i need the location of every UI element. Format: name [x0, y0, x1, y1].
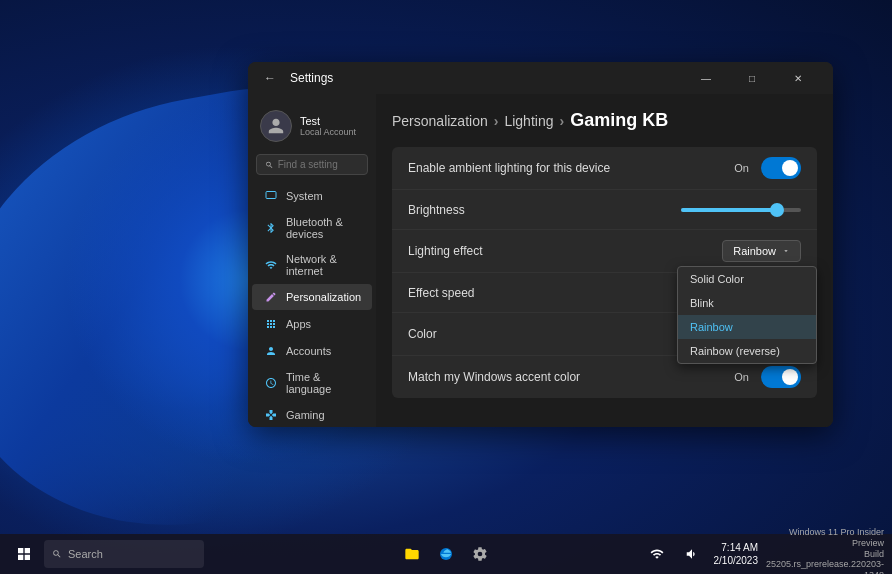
- system-tray: [641, 538, 708, 570]
- breadcrumb: Personalization › Lighting › Gaming KB: [392, 110, 817, 131]
- lighting-effect-row: Lighting effect Rainbow Solid Color: [392, 230, 817, 273]
- os-line1: Windows 11 Pro Insider Preview: [764, 527, 884, 549]
- sidebar-label-gaming: Gaming: [286, 409, 325, 421]
- sidebar-label-accounts: Accounts: [286, 345, 331, 357]
- title-bar: ← Settings — □ ✕: [248, 62, 833, 94]
- ambient-row: Enable ambient lighting for this device …: [392, 147, 817, 190]
- settings-window: ← Settings — □ ✕ Test Local Account: [248, 62, 833, 427]
- brightness-control: [681, 208, 801, 212]
- sidebar-label-time: Time & language: [286, 371, 360, 395]
- sidebar: Test Local Account System: [248, 94, 376, 427]
- settings-card: Enable ambient lighting for this device …: [392, 147, 817, 398]
- taskbar: Search 7:14 AM 2/10/2023: [0, 534, 892, 574]
- svg-rect-0: [266, 192, 276, 199]
- gaming-icon: [264, 408, 278, 422]
- os-info: Windows 11 Pro Insider Preview Build 252…: [764, 527, 884, 574]
- brightness-slider[interactable]: [681, 208, 801, 212]
- taskbar-left: Search: [8, 538, 204, 570]
- ambient-label: Enable ambient lighting for this device: [408, 161, 610, 175]
- minimize-button[interactable]: —: [683, 62, 729, 94]
- sidebar-item-gaming[interactable]: Gaming: [252, 402, 372, 427]
- lighting-effect-menu: Solid Color Blink Rainbow Rainbow (rever…: [677, 266, 817, 364]
- search-setting[interactable]: [256, 154, 368, 175]
- taskbar-edge[interactable]: [430, 538, 462, 570]
- clock-date: 2/10/2023: [714, 554, 759, 567]
- time-icon: [264, 376, 278, 390]
- sidebar-label-network: Network & internet: [286, 253, 360, 277]
- window-title: Settings: [290, 71, 333, 85]
- breadcrumb-personalization[interactable]: Personalization: [392, 113, 488, 129]
- maximize-button[interactable]: □: [729, 62, 775, 94]
- sidebar-item-network[interactable]: Network & internet: [252, 247, 372, 283]
- effect-speed-label: Effect speed: [408, 286, 475, 300]
- main-content: Personalization › Lighting › Gaming KB E…: [376, 94, 833, 427]
- taskbar-right: 7:14 AM 2/10/2023 Windows 11 Pro Insider…: [641, 527, 885, 574]
- taskbar-settings[interactable]: [464, 538, 496, 570]
- sidebar-item-time[interactable]: Time & language: [252, 365, 372, 401]
- match-color-label: Match my Windows accent color: [408, 370, 580, 384]
- start-button[interactable]: [8, 538, 40, 570]
- search-input[interactable]: [278, 159, 359, 170]
- avatar: [260, 110, 292, 142]
- tray-network-icon[interactable]: [641, 538, 673, 570]
- volume-tray-icon: [685, 547, 699, 561]
- dropdown-item-rainbow[interactable]: Rainbow: [678, 315, 816, 339]
- taskbar-search[interactable]: Search: [44, 540, 204, 568]
- user-role: Local Account: [300, 127, 356, 137]
- start-icon: [16, 546, 32, 562]
- os-line2: Build 25205.rs_prerelease.220203-1348: [764, 549, 884, 574]
- user-name: Test: [300, 115, 356, 127]
- match-color-toggle[interactable]: [761, 366, 801, 388]
- accounts-icon: [264, 344, 278, 358]
- breadcrumb-sep-1: ›: [494, 113, 499, 129]
- ambient-value: On: [734, 162, 749, 174]
- sidebar-item-apps[interactable]: Apps: [252, 311, 372, 337]
- lighting-effect-value: Rainbow: [733, 245, 776, 257]
- system-icon: [264, 189, 278, 203]
- dropdown-item-blink[interactable]: Blink: [678, 291, 816, 315]
- sidebar-item-system[interactable]: System: [252, 183, 372, 209]
- network-icon: [264, 258, 278, 272]
- ambient-toggle[interactable]: [761, 157, 801, 179]
- dropdown-item-rainbow-reverse[interactable]: Rainbow (reverse): [678, 339, 816, 363]
- match-color-control: On: [734, 366, 801, 388]
- brightness-row: Brightness: [392, 190, 817, 230]
- lighting-effect-label: Lighting effect: [408, 244, 483, 258]
- brightness-label: Brightness: [408, 203, 465, 217]
- bluetooth-icon: [264, 221, 278, 235]
- back-button[interactable]: ←: [260, 68, 280, 88]
- window-controls: — □ ✕: [683, 62, 821, 94]
- time-display: 7:14 AM 2/10/2023: [714, 541, 759, 567]
- breadcrumb-current: Gaming KB: [570, 110, 668, 131]
- taskbar-search-icon: [52, 549, 62, 559]
- sidebar-label-system: System: [286, 190, 323, 202]
- dropdown-item-solid[interactable]: Solid Color: [678, 267, 816, 291]
- edge-icon: [438, 546, 454, 562]
- sidebar-item-bluetooth[interactable]: Bluetooth & devices: [252, 210, 372, 246]
- taskbar-file-explorer[interactable]: [396, 538, 428, 570]
- close-button[interactable]: ✕: [775, 62, 821, 94]
- user-section: Test Local Account: [248, 102, 376, 150]
- apps-icon: [264, 317, 278, 331]
- sidebar-label-bluetooth: Bluetooth & devices: [286, 216, 360, 240]
- tray-volume-icon[interactable]: [676, 538, 708, 570]
- match-color-value: On: [734, 371, 749, 383]
- color-label: Color: [408, 327, 437, 341]
- ambient-control: On: [734, 157, 801, 179]
- lighting-effect-dropdown[interactable]: Rainbow: [722, 240, 801, 262]
- taskbar-settings-icon: [472, 546, 488, 562]
- breadcrumb-lighting[interactable]: Lighting: [504, 113, 553, 129]
- sidebar-label-apps: Apps: [286, 318, 311, 330]
- breadcrumb-sep-2: ›: [559, 113, 564, 129]
- sidebar-label-personalization: Personalization: [286, 291, 361, 303]
- sidebar-item-personalization[interactable]: Personalization: [252, 284, 372, 310]
- clock-time: 7:14 AM: [714, 541, 759, 554]
- personalization-icon: [264, 290, 278, 304]
- sidebar-item-accounts[interactable]: Accounts: [252, 338, 372, 364]
- search-icon: [265, 160, 274, 170]
- taskbar-search-label: Search: [68, 548, 103, 560]
- network-tray-icon: [650, 547, 664, 561]
- lighting-effect-control: Rainbow: [722, 240, 801, 262]
- taskbar-center: [396, 538, 496, 570]
- dropdown-arrow-icon: [782, 247, 790, 255]
